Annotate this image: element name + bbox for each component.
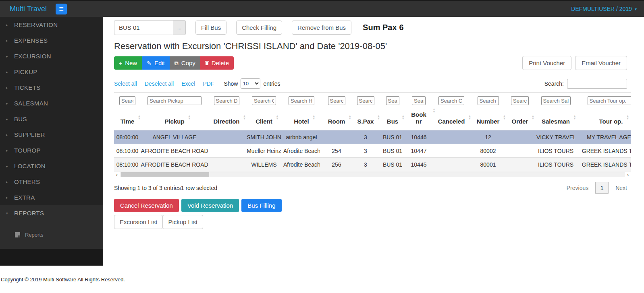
column-header-book-nr[interactable]: Book nr▲▼ — [407, 109, 430, 130]
reservations-table-wrapper: Time▲▼Pickup▲▼Direction▲▼Client▲▼Hotel▲▼… — [114, 92, 631, 171]
chevron-right-icon: ▸ — [6, 39, 14, 43]
column-search-input-book-nr[interactable] — [412, 96, 426, 105]
copy-button[interactable]: ⧉Copy — [170, 56, 200, 70]
sidebar-item-excursion[interactable]: ▸EXCURSION — [0, 48, 103, 64]
bus-toolbar: ... Fill Bus Check Filling Remove from B… — [114, 20, 631, 35]
table-cell: 08:00:00 — [114, 130, 141, 144]
column-search-input-number[interactable] — [478, 96, 499, 105]
remove-from-bus-button[interactable]: Remove from Bus — [292, 21, 351, 35]
sidebar-item-pickup[interactable]: ▸PICKUP — [0, 64, 103, 80]
table-status-row: Showing 1 to 3 of 3 entries1 row selecte… — [114, 182, 631, 194]
cancel-reservation-button[interactable]: Cancel Reservation — [114, 199, 179, 212]
sidebar-item-supplier[interactable]: ▸SUPPLIER — [0, 127, 103, 142]
column-search-input-order[interactable] — [511, 96, 529, 105]
column-search-input-tour-op-[interactable] — [588, 96, 631, 105]
previous-page-button[interactable]: Previous — [567, 185, 588, 191]
print-voucher-button[interactable]: Print Voucher — [522, 56, 571, 70]
delete-button[interactable]: Delete — [200, 56, 234, 70]
sidebar-item-tickets[interactable]: ▸TICKETS — [0, 80, 103, 95]
column-header-hotel[interactable]: Hotel▲▼ — [283, 109, 320, 130]
excel-export-link[interactable]: Excel — [181, 80, 195, 87]
column-header-canceled[interactable]: Canceled▲▼ — [430, 109, 473, 130]
column-header-tour-op-[interactable]: Tour op.▲▼ — [575, 109, 631, 130]
sidebar-item-label: LOCATION — [14, 163, 46, 169]
column-header-room[interactable]: Room▲▼ — [320, 109, 353, 130]
bus-filling-button[interactable]: Bus Filling — [241, 199, 281, 212]
table-row[interactable]: 08:00:00ANGEL VILLAGESMITH JOHNairbnb an… — [114, 130, 631, 144]
table-row[interactable]: 08:10:00AFRODITE BEACH ROADWILLEMSAfrodi… — [114, 158, 631, 171]
column-header-time[interactable]: Time▲▼ — [114, 109, 141, 130]
sidebar-item-reports-sub[interactable]: Reports — [0, 232, 103, 238]
sidebar-item-extra[interactable]: ▸EXTRA — [0, 190, 103, 205]
pickup-list-button[interactable]: Pickup List — [162, 215, 203, 229]
sidebar-item-salesman[interactable]: ▸SALESMAN — [0, 95, 103, 111]
column-search-cell — [283, 93, 320, 109]
sum-pax-label: Sum Pax — [363, 23, 397, 32]
bus-input[interactable] — [114, 20, 173, 35]
excursion-list-button[interactable]: Excursion List — [114, 215, 163, 229]
column-search-input-direction[interactable] — [214, 96, 239, 105]
edit-button[interactable]: ✎Edit — [142, 56, 170, 70]
column-search-input-time[interactable] — [119, 96, 135, 105]
column-search-input-pickup[interactable] — [147, 96, 202, 105]
table-cell: ANGEL VILLAGE — [141, 130, 208, 144]
column-header-pickup[interactable]: Pickup▲▼ — [141, 109, 208, 130]
column-header-client[interactable]: Client▲▼ — [245, 109, 283, 130]
next-page-button[interactable]: Next — [615, 185, 627, 191]
chevron-right-icon: ▸ — [6, 149, 14, 153]
column-search-input-client[interactable] — [252, 96, 276, 105]
column-header-label: Canceled▲▼ — [438, 118, 465, 125]
sidebar-item-bus[interactable]: ▸BUS — [0, 111, 103, 127]
sidebar-item-expenses[interactable]: ▸EXPENSES — [0, 33, 103, 48]
sidebar-item-reports[interactable]: ▾REPORTS — [0, 205, 103, 221]
column-header-bus[interactable]: Bus▲▼ — [378, 109, 407, 130]
column-header-order[interactable]: Order▲▼ — [503, 109, 536, 130]
table-row[interactable]: 08:10:00AFRODITE BEACH ROADMueller Heinz… — [114, 144, 631, 158]
app-brand: Multi Travel — [10, 5, 47, 13]
scrollbar-thumb[interactable] — [121, 172, 209, 177]
check-filling-button[interactable]: Check Filling — [236, 21, 282, 35]
page-length-select[interactable]: 10 — [241, 78, 260, 89]
new-button[interactable]: +New — [114, 56, 142, 70]
hamburger-menu-button[interactable]: ☰ — [56, 4, 67, 14]
column-header-s-pax[interactable]: S.Pax▲▼ — [353, 109, 378, 130]
list-actions: Excursion List Pickup List — [114, 215, 631, 229]
column-header-salesman[interactable]: Salesman▲▼ — [536, 109, 575, 130]
column-header-number[interactable]: Number▲▼ — [473, 109, 503, 130]
scrollbar-track[interactable] — [120, 172, 625, 177]
select-all-link[interactable]: Select all — [114, 80, 137, 87]
pdf-export-link[interactable]: PDF — [203, 80, 214, 87]
main-content: ... Fill Bus Check Filling Remove from B… — [103, 17, 644, 229]
user-menu[interactable]: DEFMULTIUSER / 2019 ▾ — [571, 6, 637, 12]
sidebar-item-others[interactable]: ▸OTHERS — [0, 174, 103, 190]
column-search-input-room[interactable] — [328, 96, 345, 105]
chevron-right-icon: ▸ — [6, 54, 14, 58]
column-header-direction[interactable]: Direction▲▼ — [208, 109, 245, 130]
sidebar-item-reservation[interactable]: ▸RESERVATION — [0, 17, 103, 33]
table-cell — [503, 130, 536, 144]
column-search-cell — [503, 93, 536, 109]
sidebar-item-label: BUS — [14, 116, 27, 122]
fill-bus-button[interactable]: Fill Bus — [195, 21, 226, 35]
sort-icon: ▲▼ — [626, 115, 629, 120]
bus-browse-button[interactable]: ... — [173, 20, 186, 35]
copy-icon: ⧉ — [175, 60, 179, 66]
scroll-right-icon[interactable]: › — [625, 172, 631, 177]
scroll-left-icon[interactable]: ‹ — [114, 172, 120, 177]
voucher-buttons: Print Voucher Email Voucher — [522, 56, 627, 70]
sort-icon: ▲▼ — [532, 115, 535, 120]
column-search-input-canceled[interactable] — [438, 96, 464, 105]
current-page-button[interactable]: 1 — [595, 182, 609, 194]
sidebar-item-location[interactable]: ▸LOCATION — [0, 158, 103, 174]
column-search-cell — [378, 93, 407, 109]
column-search-input-salesman[interactable] — [541, 96, 571, 105]
user-menu-label: DEFMULTIUSER / 2019 — [571, 6, 632, 12]
global-search-input[interactable] — [567, 79, 627, 89]
email-voucher-button[interactable]: Email Voucher — [575, 56, 627, 70]
void-reservation-button[interactable]: Void Reservation — [181, 199, 239, 212]
deselect-all-link[interactable]: Deselect all — [145, 80, 174, 87]
column-search-input-s-pax[interactable] — [357, 96, 374, 105]
sidebar-item-tourop[interactable]: ▸TOUROP — [0, 142, 103, 158]
column-search-input-hotel[interactable] — [289, 96, 314, 105]
column-search-input-bus[interactable] — [386, 96, 399, 105]
